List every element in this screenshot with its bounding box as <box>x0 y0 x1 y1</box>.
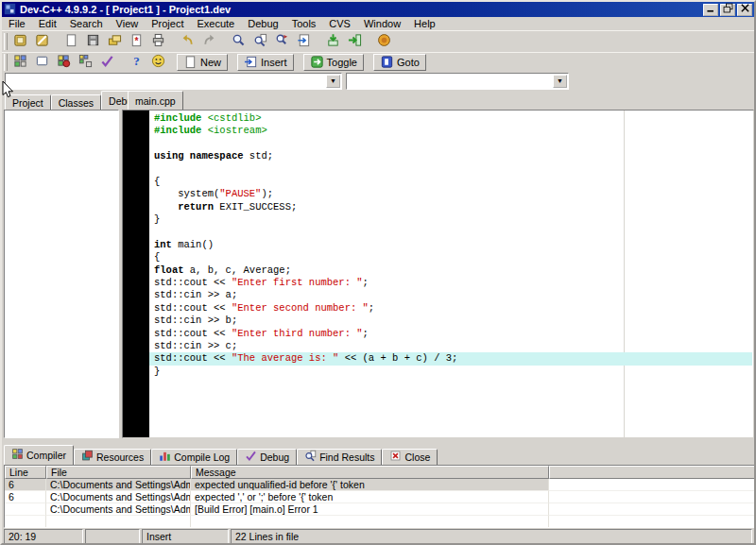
rebuild-all-button[interactable] <box>75 53 96 72</box>
code-line[interactable]: std::cout << "Enter first number: "; <box>149 277 752 289</box>
syntax-check-button[interactable] <box>96 53 118 72</box>
menu-item-window[interactable]: Window <box>357 18 407 30</box>
tab-main-cpp[interactable]: main.cpp <box>128 91 183 111</box>
goto-button[interactable]: Goto <box>373 54 426 71</box>
minimize-button[interactable] <box>703 4 718 16</box>
goto-icon <box>380 55 394 71</box>
error-row[interactable]: 6C:\Documents and Settings\Administr...e… <box>5 479 754 491</box>
tab-label: Compiler <box>26 450 66 461</box>
code-line[interactable]: return EXIT_SUCCESS; <box>149 201 752 213</box>
new-project-button[interactable] <box>9 32 31 51</box>
cell-file: C:\Documents and Settings\Administr... <box>46 479 191 491</box>
new-page-icon <box>183 55 198 71</box>
devcpp-icon <box>4 3 17 16</box>
error-row[interactable] <box>5 516 754 528</box>
tab-close[interactable]: Close <box>382 449 438 465</box>
compile-run-button[interactable] <box>53 53 75 72</box>
code-line[interactable] <box>149 163 752 176</box>
new-project-icon <box>13 33 27 50</box>
code-line[interactable]: std::cin >> b; <box>149 315 752 327</box>
new-button[interactable]: New <box>177 54 228 71</box>
save-button[interactable] <box>82 32 104 51</box>
menu-item-tools[interactable]: Tools <box>285 18 323 30</box>
goto-line-button[interactable] <box>293 32 315 51</box>
find-button[interactable] <box>228 32 249 51</box>
find-in-files-button[interactable] <box>249 32 271 51</box>
code-line[interactable] <box>149 378 752 390</box>
menu-item-search[interactable]: Search <box>63 18 110 30</box>
restore-button[interactable] <box>720 4 735 16</box>
code-line[interactable]: std::cin >> a; <box>149 289 752 301</box>
column-header-file[interactable]: File <box>46 466 191 479</box>
replace-button[interactable] <box>271 32 293 51</box>
code-segment: std::cout << <box>154 328 232 339</box>
column-header-message[interactable]: Message <box>191 466 549 479</box>
code-line[interactable]: std::cout << "The average is: " << (a + … <box>149 352 752 365</box>
project-browser-panel[interactable] <box>4 110 119 438</box>
compile-button[interactable] <box>9 53 31 72</box>
toolbar-separator <box>220 33 228 50</box>
code-line[interactable]: { <box>149 251 752 264</box>
code-line[interactable]: std::cout << "Enter third number: "; <box>149 328 752 340</box>
chevron-down-icon[interactable]: ▼ <box>553 75 567 88</box>
new-file-button[interactable] <box>60 32 82 51</box>
column-header-line[interactable]: Line <box>5 466 46 479</box>
code-editor[interactable]: #include <cstdlib>#include <iostream>usi… <box>122 110 754 438</box>
toolbar-grip[interactable] <box>4 33 8 50</box>
insert-button[interactable]: Insert <box>237 54 294 71</box>
class-browser-combo[interactable]: ▼ <box>346 73 569 90</box>
tab-debug[interactable]: Debug <box>237 449 297 465</box>
code-line[interactable]: int main() <box>149 239 752 251</box>
menu-item-help[interactable]: Help <box>407 18 442 30</box>
tab-classes[interactable]: Classes <box>51 94 101 111</box>
tab-project[interactable]: Project <box>5 94 51 111</box>
about-button[interactable] <box>147 53 169 72</box>
undo-button[interactable] <box>177 32 198 51</box>
code-line[interactable]: #include <iostream> <box>149 125 752 137</box>
chevron-down-icon[interactable]: ▼ <box>326 75 340 88</box>
menu-item-view[interactable]: View <box>110 18 146 30</box>
profile-button[interactable] <box>373 32 395 51</box>
run-button[interactable] <box>31 53 53 72</box>
export-button[interactable] <box>344 32 366 51</box>
menu-item-execute[interactable]: Execute <box>190 18 241 30</box>
code-line[interactable]: { <box>149 176 752 188</box>
code-line[interactable]: float a, b, c, Average; <box>149 264 752 277</box>
code-area[interactable]: #include <cstdlib>#include <iostream>usi… <box>149 112 752 391</box>
code-line[interactable] <box>149 227 752 239</box>
error-row[interactable]: C:\Documents and Settings\Administr...[B… <box>5 503 754 516</box>
open-file-button[interactable] <box>104 32 126 51</box>
print-button[interactable] <box>147 32 169 51</box>
code-line[interactable]: system("PAUSE"); <box>149 188 752 200</box>
tab-find-results[interactable]: Find Results <box>297 449 382 465</box>
toolbar-grip[interactable] <box>4 54 8 71</box>
error-row[interactable]: 6C:\Documents and Settings\Administr...e… <box>5 491 754 503</box>
compiler-combo[interactable]: ▼ <box>5 73 342 90</box>
title-bar[interactable]: Dev-C++ 4.9.9.2 - [ Project1 ] - Project… <box>2 2 754 17</box>
code-line[interactable]: } <box>149 366 752 378</box>
toolbar-separator <box>169 54 177 71</box>
window-title: Dev-C++ 4.9.9.2 - [ Project1 ] - Project… <box>20 3 703 16</box>
code-line[interactable]: } <box>149 213 752 226</box>
menu-item-cvs[interactable]: CVS <box>322 18 357 30</box>
menu-item-file[interactable]: File <box>2 18 32 30</box>
code-line[interactable] <box>149 138 752 150</box>
open-project-button[interactable] <box>31 32 53 51</box>
code-line[interactable]: std::cout << "Enter second number: "; <box>149 302 752 315</box>
close-file-button[interactable]: * <box>126 32 147 51</box>
close-button[interactable] <box>737 4 752 16</box>
menu-item-debug[interactable]: Debug <box>241 18 284 30</box>
tab-compiler[interactable]: Compiler <box>4 445 74 465</box>
tab-compile-log[interactable]: Compile Log <box>151 449 237 465</box>
code-line[interactable]: std::cin >> c; <box>149 340 752 352</box>
menu-item-project[interactable]: Project <box>145 18 190 30</box>
insert-icon <box>244 55 258 71</box>
code-line[interactable]: using namespace std; <box>149 150 752 162</box>
menu-item-edit[interactable]: Edit <box>32 18 63 30</box>
toggle-button[interactable]: Toggle <box>303 54 364 71</box>
import-button[interactable] <box>322 32 344 51</box>
help-button[interactable]: ? <box>126 53 147 72</box>
code-line[interactable]: #include <cstdlib> <box>149 112 752 125</box>
redo-button[interactable] <box>198 32 220 51</box>
tab-resources[interactable]: Resources <box>74 449 151 465</box>
